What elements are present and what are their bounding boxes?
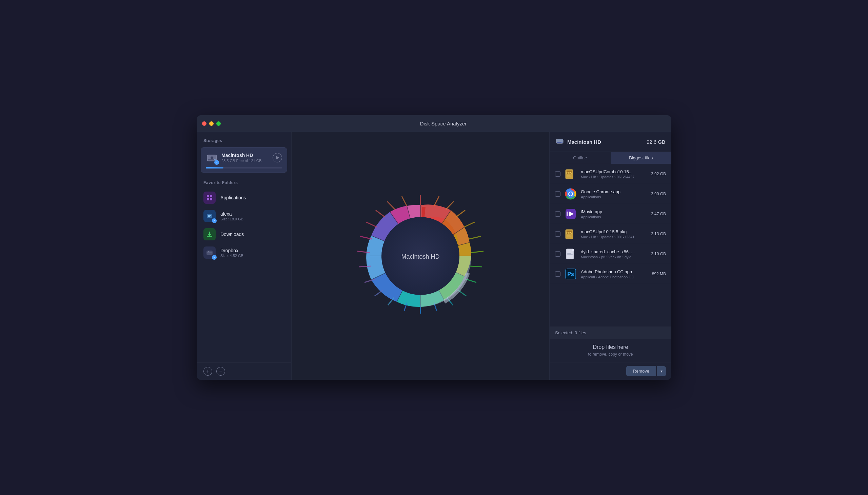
svg-point-3 bbox=[210, 156, 213, 159]
svg-rect-60 bbox=[566, 175, 570, 176]
downloads-icon bbox=[203, 228, 216, 240]
svg-rect-61 bbox=[566, 176, 571, 177]
svg-rect-4 bbox=[207, 195, 209, 197]
file-item[interactable]: PKG macOSUpdCombo10.15... Mac › Lib › Up… bbox=[550, 164, 671, 184]
svg-line-36 bbox=[387, 201, 395, 209]
right-header-size: 92.6 GB bbox=[647, 139, 665, 145]
file-path-4: Mac › Lib › Updates › 001-12341 bbox=[581, 235, 647, 239]
svg-line-15 bbox=[434, 196, 439, 206]
fav-alexa[interactable]: alexa Size: 18.0 GB bbox=[197, 207, 291, 225]
disk-chart: Macintosh HD bbox=[339, 175, 502, 337]
svg-rect-7 bbox=[210, 198, 212, 200]
file-name-1: macOSUpdCombo10.15... bbox=[581, 169, 647, 174]
storage-macintosh-hd[interactable]: Macintosh HD 28.5 GB Free of 121 GB bbox=[201, 147, 287, 173]
file-item[interactable]: Ps Adobe Photoshop CC.app Applicati › Ad… bbox=[550, 264, 671, 284]
svg-line-19 bbox=[469, 236, 481, 239]
drive-free: 28.5 GB Free of 121 GB bbox=[221, 159, 262, 163]
storage-progress-fill bbox=[206, 167, 223, 169]
drop-zone[interactable]: Drop files here to remove, copy or move bbox=[550, 339, 671, 362]
app-title: Disk Space Analyzer bbox=[221, 121, 666, 126]
svg-point-12 bbox=[208, 251, 208, 252]
file-name-3: iMovie.app bbox=[581, 209, 647, 214]
svg-rect-77 bbox=[567, 254, 573, 255]
sidebar: Storages bbox=[197, 132, 292, 380]
alexa-size: Size: 18.0 GB bbox=[220, 217, 243, 221]
right-footer: Selected: 0 files Drop files here to rem… bbox=[550, 326, 671, 380]
file-size-4: 2.13 GB bbox=[651, 232, 666, 236]
svg-line-18 bbox=[464, 222, 475, 227]
file-icon-pkg: PKG bbox=[564, 168, 577, 180]
svg-line-16 bbox=[446, 201, 454, 209]
file-checkbox-5[interactable] bbox=[555, 251, 560, 257]
files-list: PKG macOSUpdCombo10.15... Mac › Lib › Up… bbox=[550, 164, 671, 326]
file-path-5: Macintosh › pri › var › db › dyld bbox=[581, 255, 647, 259]
svg-rect-76 bbox=[567, 253, 571, 254]
scan-button[interactable] bbox=[273, 153, 282, 163]
file-item[interactable]: PKG macOSUpd10.15.5.pkg Mac › Lib › Upda… bbox=[550, 224, 671, 244]
svg-rect-73 bbox=[566, 236, 571, 237]
tab-biggest-files[interactable]: Biggest files bbox=[611, 152, 672, 164]
file-icon-file bbox=[564, 248, 577, 260]
svg-point-65 bbox=[569, 192, 572, 195]
file-path-2: Applications bbox=[581, 195, 647, 199]
file-name-5: dyld_shared_cache_x86_... bbox=[581, 249, 647, 254]
applications-label: Applications bbox=[220, 195, 246, 200]
dropbox-label: Dropbox bbox=[220, 248, 243, 253]
center-panel: Macintosh HD bbox=[292, 132, 549, 380]
svg-point-56 bbox=[561, 142, 562, 143]
remove-bar: Remove ▾ bbox=[550, 362, 671, 380]
maximize-button[interactable] bbox=[216, 121, 221, 126]
svg-rect-8 bbox=[207, 214, 212, 218]
file-checkbox-6[interactable] bbox=[555, 271, 560, 277]
tab-outline[interactable]: Outline bbox=[550, 152, 611, 164]
svg-rect-72 bbox=[566, 235, 570, 236]
file-item[interactable]: Google Chrome.app Applications 3.90 GB bbox=[550, 184, 671, 204]
svg-rect-10 bbox=[208, 216, 210, 217]
file-size-1: 3.92 GB bbox=[651, 172, 666, 176]
add-folder-button[interactable]: + bbox=[203, 367, 212, 376]
svg-text:PKG: PKG bbox=[566, 231, 572, 234]
dropbox-icon bbox=[203, 246, 216, 259]
drop-zone-title: Drop files here bbox=[555, 344, 666, 350]
file-icon-photoshop: Ps bbox=[564, 268, 577, 280]
file-icon-imovie bbox=[564, 208, 577, 220]
svg-rect-54 bbox=[557, 139, 563, 143]
right-panel-header: Macintosh HD 92.6 GB bbox=[550, 132, 671, 152]
svg-rect-11 bbox=[207, 251, 212, 255]
close-button[interactable] bbox=[202, 121, 206, 126]
remove-dropdown-button[interactable]: ▾ bbox=[657, 366, 666, 376]
drive-name: Macintosh HD bbox=[221, 153, 262, 158]
file-checkbox-4[interactable] bbox=[555, 231, 560, 237]
svg-rect-75 bbox=[572, 249, 574, 251]
svg-rect-78 bbox=[567, 256, 571, 256]
file-name-4: macOSUpd10.15.5.pkg bbox=[581, 229, 647, 234]
remove-button[interactable]: Remove bbox=[626, 366, 656, 376]
file-icon-chrome bbox=[564, 188, 577, 200]
fav-applications[interactable]: Applications bbox=[197, 188, 291, 207]
sidebar-bottom: + − bbox=[197, 362, 291, 380]
file-size-5: 2.10 GB bbox=[651, 252, 666, 256]
fav-dropbox[interactable]: Dropbox Size: 4.52 GB bbox=[197, 243, 291, 262]
file-checkbox-1[interactable] bbox=[555, 171, 560, 177]
svg-text:PKG: PKG bbox=[566, 171, 572, 174]
file-path-3: Applications bbox=[581, 215, 647, 219]
alexa-label: alexa bbox=[220, 211, 243, 217]
file-name-6: Adobe Photoshop CC.app bbox=[581, 269, 648, 274]
file-item[interactable]: dyld_shared_cache_x86_... Macintosh › pr… bbox=[550, 244, 671, 264]
file-item[interactable]: iMovie.app Applications 2.47 GB bbox=[550, 204, 671, 224]
traffic-lights bbox=[202, 121, 221, 126]
file-icon-pkg2: PKG bbox=[564, 228, 577, 240]
minimize-button[interactable] bbox=[209, 121, 214, 126]
remove-folder-button[interactable]: − bbox=[216, 367, 225, 376]
svg-line-37 bbox=[402, 196, 407, 206]
storage-progress-bg bbox=[206, 167, 282, 169]
drive-badge bbox=[214, 160, 219, 165]
drive-header-icon bbox=[556, 137, 564, 147]
svg-line-34 bbox=[366, 222, 377, 227]
dropbox-size: Size: 4.52 GB bbox=[220, 254, 243, 258]
file-checkbox-2[interactable] bbox=[555, 191, 560, 197]
file-size-3: 2.47 GB bbox=[651, 211, 666, 216]
file-checkbox-3[interactable] bbox=[555, 211, 560, 217]
fav-downloads[interactable]: Downloads bbox=[197, 225, 291, 243]
svg-line-29 bbox=[375, 290, 383, 296]
